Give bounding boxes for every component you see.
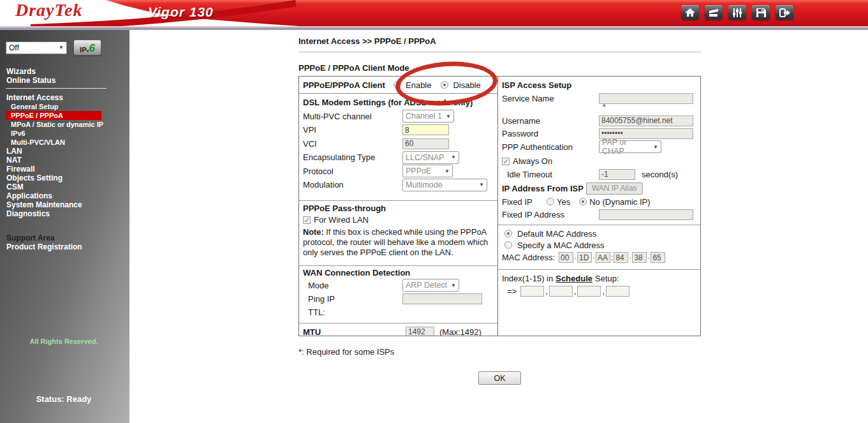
ping-ip-input[interactable] [402, 293, 482, 304]
fixed-ip-address-label: Fixed IP Address [502, 210, 599, 219]
sidebar-item-support-area[interactable]: Support Area [0, 234, 129, 242]
wan-detect-mode-select[interactable]: ARP Detect▼ [402, 279, 459, 292]
pppoe-passthrough-header: PPPoE Pass-through [299, 202, 497, 214]
status-icon[interactable] [705, 5, 723, 20]
vci-label: VCI [303, 139, 402, 149]
idle-timeout-input[interactable] [599, 169, 635, 180]
mac-octet-5-input[interactable] [632, 252, 647, 263]
username-label: Username [502, 116, 599, 126]
note-bold: Note: [303, 227, 324, 237]
rights-reserved-text: All Rights Reserved. [0, 338, 128, 345]
enable-radio[interactable] [394, 81, 401, 89]
schedule-link[interactable]: Schedule [555, 274, 592, 283]
wan-detect-mode-value: ARP Detect [406, 281, 447, 290]
service-name-input[interactable] [599, 93, 693, 104]
always-on-label: Always On [513, 156, 552, 166]
always-on-checkbox[interactable]: ✓ [502, 158, 510, 165]
main-content: Internet Access >> PPPoE / PPPoA PPPoE /… [298, 30, 701, 385]
chevron-down-icon: ▼ [446, 114, 451, 119]
fixed-ip-yes-label: Yes [557, 197, 570, 207]
wan-detection-header: WAN Connection Detection [299, 267, 497, 279]
comma: , [574, 286, 577, 296]
mac-separator: · [647, 253, 650, 262]
ipv6-button-ip: IP [80, 47, 86, 53]
section-divider [299, 323, 497, 323]
ip-from-isp-label: IP Address From ISP [502, 184, 584, 193]
logout-icon[interactable] [776, 5, 793, 20]
chevron-down-icon: ▼ [445, 168, 450, 174]
wan-ip-alias-button[interactable]: WAN IP Alias [586, 182, 643, 195]
schedule-index-4-input[interactable] [606, 286, 629, 297]
fixed-ip-label: Fixed IP [502, 197, 547, 207]
disable-radio[interactable] [441, 81, 448, 89]
save-icon[interactable] [752, 5, 770, 20]
note-text: If this box is checked while using the P… [303, 227, 488, 257]
disable-radio-label: Disable [453, 80, 480, 90]
sidebar-item-objects-setting[interactable]: Objects Setting [0, 174, 129, 182]
settings-sliders-icon[interactable] [728, 5, 746, 20]
schedule-arrow: => [507, 286, 517, 296]
sidebar-item-pppoe-pppoa[interactable]: PPPoE / PPPoA [5, 111, 101, 120]
sidebar-item-diagnostics[interactable]: Diagnostics [0, 209, 129, 218]
mac-address-label: MAC Address: [502, 253, 555, 262]
username-input[interactable] [599, 115, 693, 126]
wired-lan-checkbox[interactable]: ✓ [303, 216, 311, 224]
top-banner: DrayTek Vigor 130 [0, 0, 868, 26]
mtu-input[interactable] [406, 327, 434, 336]
modulation-select[interactable]: Multimode▼ [402, 179, 487, 191]
home-icon[interactable] [681, 5, 699, 20]
mac-octet-6-input[interactable] [651, 252, 665, 263]
mac-separator: · [629, 253, 631, 262]
mac-octet-4-input[interactable] [614, 252, 628, 263]
sidebar-item-csm[interactable]: CSM [0, 182, 129, 191]
encapsulating-type-select[interactable]: LLC/SNAP▼ [402, 151, 459, 164]
vpi-input[interactable] [402, 124, 449, 135]
fixed-ip-no-radio[interactable] [579, 198, 587, 205]
ipv6-mode-select[interactable]: Off ▼ [6, 41, 67, 54]
schedule-prefix: Index(1-15) in [502, 274, 553, 283]
specify-mac-radio[interactable] [504, 241, 512, 249]
comma: , [545, 286, 548, 296]
sidebar-divider [6, 88, 107, 89]
fixed-ip-yes-radio[interactable] [547, 198, 554, 205]
sidebar-item-online-status[interactable]: Online Status [0, 76, 129, 85]
sidebar-item-applications[interactable]: Applications [0, 191, 129, 200]
sidebar-item-internet-access[interactable]: Internet Access [0, 93, 129, 102]
chevron-down-icon: ▼ [479, 182, 484, 188]
ok-button[interactable]: OK [478, 371, 521, 385]
mac-octet-1-input[interactable] [559, 252, 573, 263]
ppp-auth-label: PPP Authentication [502, 142, 599, 152]
protocol-select[interactable]: PPPoE▼ [402, 165, 453, 177]
ipv6-button[interactable]: IP v 6 [73, 40, 101, 56]
encapsulating-type-label: Encapsulating Type [303, 152, 402, 162]
sidebar-item-nat[interactable]: NAT [0, 156, 129, 165]
sidebar-item-product-registration[interactable]: Product Registration [0, 242, 129, 251]
schedule-index-1-input[interactable] [520, 286, 544, 297]
vci-input[interactable] [402, 138, 449, 149]
dsl-settings-panel: PPPoE/PPPoA Client Enable Disable DSL Mo… [298, 76, 498, 336]
multi-pvc-label: Multi-PVC channel [303, 112, 402, 121]
schedule-index-2-input[interactable] [549, 286, 573, 297]
fixed-ip-address-input[interactable] [599, 209, 693, 220]
default-mac-radio[interactable] [504, 230, 512, 237]
modulation-label: Modulation [303, 180, 402, 189]
sidebar-item-system-maintenance[interactable]: System Maintenance [0, 200, 129, 209]
sidebar-item-ipv6[interactable]: IPv6 [0, 129, 129, 138]
ppp-auth-select[interactable]: PAP or CHAP▼ [599, 140, 661, 153]
multi-pvc-select[interactable]: Channel 1▼ [402, 110, 454, 122]
sidebar-item-lan[interactable]: LAN [0, 147, 129, 156]
vpi-label: VPI [303, 125, 402, 135]
section-divider [299, 200, 497, 201]
sidebar-item-general-setup[interactable]: General Setup [0, 102, 129, 111]
sidebar-item-wizards[interactable]: Wizards [0, 67, 129, 76]
sidebar-item-firewall[interactable]: Firewall [0, 165, 129, 174]
sidebar-item-mpoa[interactable]: MPoA / Static or dynamic IP [0, 120, 129, 129]
sidebar-item-multi-pvc-vlan[interactable]: Multi-PVC/VLAN [0, 138, 129, 147]
dsl-settings-header: DSL Modem Settings (for ADSL mode only) [299, 96, 497, 110]
ping-ip-label: Ping IP [303, 294, 402, 304]
mac-octet-3-input[interactable] [596, 252, 610, 263]
password-input[interactable] [599, 128, 693, 139]
mac-octet-2-input[interactable] [577, 252, 592, 263]
schedule-index-3-input[interactable] [577, 286, 601, 297]
sidebar: Off ▼ IP v 6 Wizards Online Status Inter… [0, 30, 129, 423]
